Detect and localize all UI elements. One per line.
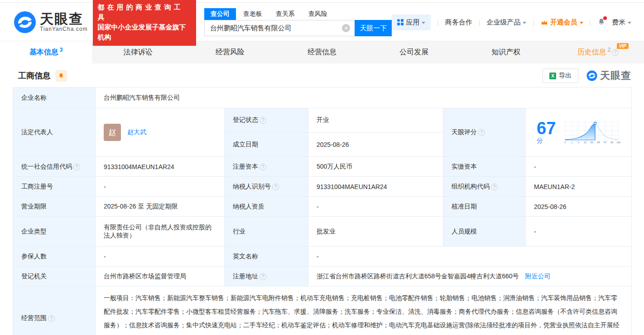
field-label: 注册地址 xyxy=(225,267,308,286)
crown-icon xyxy=(541,19,548,25)
search-button[interactable]: 天眼一下 xyxy=(355,20,392,36)
field-value: - xyxy=(308,247,632,267)
field-value: 500万人民币 xyxy=(308,157,443,177)
field-label: 企业名称 xyxy=(13,87,96,108)
section-header: 工商信息 导出 天眼查 xyxy=(18,68,631,83)
nearby-companies-link[interactable]: 附近公司 xyxy=(525,272,550,280)
export-label: 导出 xyxy=(559,72,572,80)
field-value: 有限责任公司（非自然人投资或控股的法人独资） xyxy=(96,217,225,247)
nav-enterprise-products[interactable]: 企业级产品 xyxy=(486,18,526,27)
field-label: 登记机关 xyxy=(13,267,96,286)
field-label: 经营范围 xyxy=(13,286,96,335)
field-value: 2025-08-26 至 无固定期限 xyxy=(96,197,225,217)
search-tab-relation[interactable]: 查关系 xyxy=(269,8,301,20)
score-unit: 分 xyxy=(537,137,543,144)
help-icon[interactable] xyxy=(272,184,279,190)
field-label: 登记状态 xyxy=(225,108,308,133)
header: 天眼查 TianYanCha.com 都在用的商业查询工具 国家中小企业发展子基… xyxy=(0,3,644,41)
chevron-down-icon xyxy=(422,22,425,24)
vip-badge: VIP xyxy=(617,43,629,49)
chevron-down-icon xyxy=(628,22,631,24)
field-label: 核准日期 xyxy=(443,197,526,217)
field-label: 纳税人资质 xyxy=(225,197,308,217)
field-label: 组织机构代码 xyxy=(443,177,526,197)
svg-text:15: 15 xyxy=(584,141,586,144)
field-label: 统一社会信用代码 xyxy=(13,157,96,177)
label-text: 天眼评分 xyxy=(452,128,477,136)
help-icon[interactable] xyxy=(73,164,80,170)
business-info-table: 企业名称 台州鹏昭汽车销售有限公司 法定代表人 赵 赵大武 登记状态 开业 天眼… xyxy=(13,87,632,335)
label-text: 统一社会信用代码 xyxy=(21,163,72,170)
help-icon[interactable] xyxy=(491,184,498,190)
logo-swirl-icon xyxy=(14,11,36,34)
tab-intellectual-property[interactable]: 知识产权 xyxy=(460,41,552,63)
apps-grid-icon xyxy=(397,19,404,25)
help-icon[interactable] xyxy=(260,273,266,280)
apps-menu[interactable]: 应用 xyxy=(392,15,431,30)
open-vip-button[interactable]: 开通会员 xyxy=(541,18,583,27)
tab-basic-info[interactable]: 基本信息 3 xyxy=(0,41,92,63)
export-button[interactable]: 导出 xyxy=(543,68,578,83)
tab-label: 公司发展 xyxy=(399,48,428,57)
label-text: 登记状态 xyxy=(233,116,258,123)
notifications-bell-icon[interactable] xyxy=(597,18,606,27)
divider: | xyxy=(479,19,480,26)
promo-banner: 都在用的商业查询工具 国家中小企业发展子基金旗下机构 xyxy=(93,0,196,46)
tab-operation-risk[interactable]: 经营风险 xyxy=(184,41,276,63)
field-label: 纳税人识别号 xyxy=(225,177,308,197)
header-nav: 应用 | 商务合作 | 企业级产品 | 开通会员 | 费米 xyxy=(392,15,631,30)
help-icon[interactable] xyxy=(478,129,485,136)
address-text: 浙江省台州市路桥区路桥街道吉利大道658号金智嘉园4幢吉利大道660号 xyxy=(317,272,519,280)
watermark-text: 天眼查 xyxy=(600,69,631,83)
help-icon[interactable] xyxy=(612,49,619,56)
field-label: 营业期限 xyxy=(13,197,96,217)
tab-company-development[interactable]: 公司发展 xyxy=(368,41,460,63)
field-value: 91331004MAEUN1AR24 xyxy=(308,177,443,197)
nav-cooperation[interactable]: 商务合作 xyxy=(445,18,472,27)
label-text: 注册地址 xyxy=(233,272,258,280)
avatar[interactable]: 赵 xyxy=(104,124,121,141)
help-icon[interactable] xyxy=(48,315,55,322)
monitor-bell-icon[interactable] xyxy=(55,70,67,82)
legal-rep-link[interactable]: 赵大武 xyxy=(127,128,146,136)
svg-text:100: 100 xyxy=(617,141,620,144)
field-label: 成立日期 xyxy=(225,132,308,157)
promo-line2: 国家中小企业发展子基金旗下机构 xyxy=(97,22,191,42)
field-value: - xyxy=(96,177,225,197)
tianyancha-logo[interactable]: 天眼查 TianYanCha.com xyxy=(14,11,87,34)
business-scope-text: 一般项目：汽车销售；新能源汽车整车销售；新能源汽车电附件销售；机动车充电销售；充… xyxy=(96,286,632,335)
address-cell: 浙江省台州市路桥区路桥街道吉利大道658号金智嘉园4幢吉利大道660号 附近公司 xyxy=(308,267,632,286)
field-value: 台州市路桥区市场监督管理局 xyxy=(96,267,225,286)
tab-legal-litigation[interactable]: 法律诉讼 xyxy=(92,41,184,63)
field-value: 批发业 xyxy=(308,217,443,247)
help-icon[interactable] xyxy=(260,117,266,124)
search-tab-risk[interactable]: 查风险 xyxy=(302,8,334,20)
vip-label: 开通会员 xyxy=(550,18,577,27)
field-value: - xyxy=(526,217,632,247)
svg-text:99: 99 xyxy=(610,141,613,144)
label-text: 注册资本 xyxy=(233,163,258,170)
field-value: - xyxy=(96,247,225,267)
search-tab-boss[interactable]: 查老板 xyxy=(237,8,269,20)
svg-text:85: 85 xyxy=(597,141,600,144)
divider: | xyxy=(533,19,534,26)
svg-text:3: 3 xyxy=(578,141,579,144)
field-label: 注册资本 xyxy=(225,157,308,177)
search-input[interactable] xyxy=(204,20,355,36)
score-cell: 67分 xyxy=(526,108,632,157)
field-label: 工商注册号 xyxy=(13,177,96,197)
tab-history-info[interactable]: VIP 历史信息 2 xyxy=(552,41,644,63)
field-value: 2025-08-26 xyxy=(308,132,443,157)
tab-label: 知识产权 xyxy=(491,48,520,57)
tab-label: 经营信息 xyxy=(308,48,336,57)
field-value: MAEUN1AR-2 xyxy=(526,177,632,197)
search-tab-company[interactable]: 查公司 xyxy=(204,8,236,20)
help-icon[interactable] xyxy=(260,164,266,170)
search-tabs: 查公司 查老板 查关系 查风险 xyxy=(204,8,392,20)
score-distribution-chart: 0 1 3 15 50 85 97 99 100 xyxy=(562,115,620,150)
page-tabbar: 基本信息 3 法律诉讼 经营风险 经营信息 公司发展 知识产权 VIP 历史信息… xyxy=(0,41,644,63)
tab-operation-info[interactable]: 经营信息 xyxy=(276,41,368,63)
logo-brand-text: 天眼查 xyxy=(40,12,87,26)
user-menu[interactable]: 费米 xyxy=(612,18,631,27)
field-label: 参保人数 xyxy=(13,247,96,267)
